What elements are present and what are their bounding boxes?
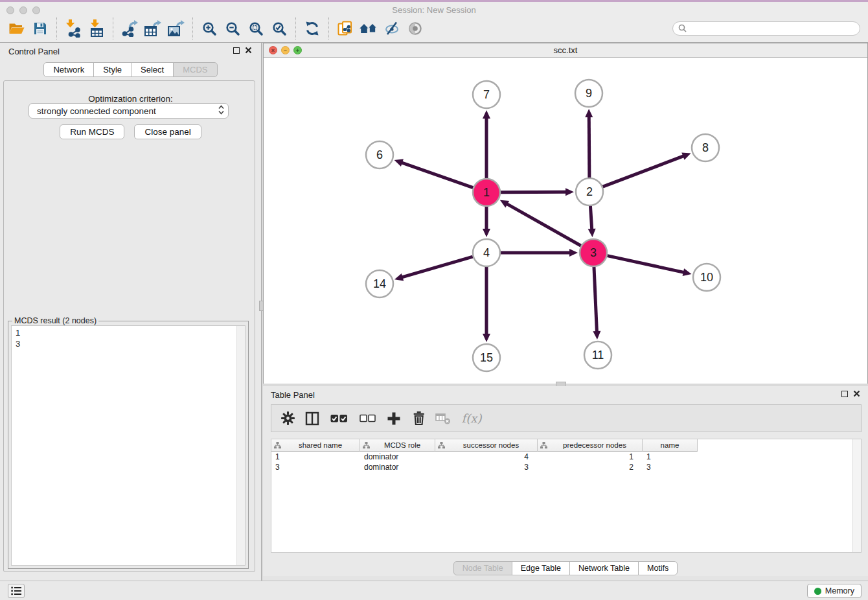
table-row[interactable]: 1 dominator 4 1 1: [271, 452, 861, 462]
graph-node-label: 14: [373, 277, 386, 290]
zoom-out-icon[interactable]: [221, 16, 244, 41]
toolbar-separator: [56, 17, 57, 40]
column-header-mcds-role[interactable]: MCDS role: [360, 439, 435, 452]
network-graph[interactable]: 7968124314101511: [264, 58, 867, 384]
table-row[interactable]: 3 dominator 3 2 3: [271, 462, 861, 472]
settings-gear-icon[interactable]: [277, 408, 299, 430]
graph-node-label: 3: [590, 246, 597, 259]
graph-edge-1-6[interactable]: [401, 163, 473, 188]
cell-name[interactable]: 3: [643, 463, 698, 472]
graph-edge-arrowhead: [569, 249, 578, 257]
graph-edge-4-14[interactable]: [402, 257, 473, 277]
search-input[interactable]: [691, 24, 854, 33]
search-box[interactable]: [672, 21, 860, 36]
column-header-successor-nodes[interactable]: successor nodes: [435, 439, 538, 452]
column-header-name[interactable]: name: [643, 439, 698, 452]
cell-predecessor-nodes[interactable]: 2: [538, 463, 643, 472]
mcds-result-line: 1: [16, 327, 241, 338]
mcds-result-title: MCDS result (2 nodes): [12, 316, 98, 325]
clone-network-icon[interactable]: [334, 16, 357, 41]
network-canvas[interactable]: 7968124314101511: [264, 58, 867, 384]
zoom-selected-icon[interactable]: [268, 16, 291, 41]
mcds-result-textarea[interactable]: 1 3: [11, 325, 246, 566]
add-column-icon[interactable]: [383, 408, 405, 430]
graph-edge-1-2[interactable]: [501, 192, 567, 192]
network-view-window: × − + scc.txt 7968124314101511: [263, 43, 868, 384]
graph-edge-2-9[interactable]: [589, 116, 589, 178]
dropdown-stepper-icon: [218, 105, 224, 117]
houses-icon[interactable]: [357, 16, 380, 41]
tree-icon: [363, 442, 370, 449]
delete-table-icon[interactable]: [432, 408, 454, 430]
close-panel-button[interactable]: Close panel: [134, 124, 201, 139]
cell-shared-name[interactable]: 3: [271, 463, 360, 472]
cell-successor-nodes[interactable]: 4: [435, 452, 538, 461]
select-all-boxes-icon[interactable]: [326, 408, 352, 430]
toolbar-separator: [113, 17, 113, 40]
birds-eye-icon[interactable]: [404, 16, 427, 41]
graph-edge-arrowhead: [588, 229, 596, 237]
graph-edge-3-1[interactable]: [506, 203, 580, 246]
result-scrollbar[interactable]: [236, 326, 245, 565]
tab-edge-table[interactable]: Edge Table: [512, 561, 570, 575]
cell-predecessor-nodes[interactable]: 1: [538, 452, 643, 461]
save-session-icon[interactable]: [29, 16, 52, 41]
import-network-icon[interactable]: [62, 16, 85, 41]
delete-column-trash-icon[interactable]: [407, 408, 429, 430]
graph-edge-3-10[interactable]: [607, 256, 684, 273]
cell-shared-name[interactable]: 1: [271, 452, 360, 461]
run-mcds-button[interactable]: Run MCDS: [60, 124, 124, 139]
criterion-dropdown[interactable]: strongly connected component: [29, 103, 229, 119]
graph-node-label: 6: [376, 148, 383, 161]
tab-mcds[interactable]: MCDS: [173, 62, 217, 77]
right-column: × − + scc.txt 7968124314101511 Table Pan…: [263, 43, 868, 581]
cell-name[interactable]: 1: [643, 452, 698, 461]
graph-edge-arrowhead: [565, 188, 574, 196]
graph-edge-3-11[interactable]: [594, 267, 597, 332]
graph-node-label: 8: [702, 141, 709, 154]
tab-motifs[interactable]: Motifs: [638, 561, 678, 575]
graph-edge-2-8[interactable]: [603, 156, 685, 187]
table-scrollbar[interactable]: [852, 439, 861, 552]
float-panel-icon[interactable]: [233, 47, 240, 54]
tab-select[interactable]: Select: [131, 62, 174, 77]
export-table-icon[interactable]: [141, 16, 165, 41]
function-builder-icon[interactable]: f(x): [457, 408, 486, 430]
task-history-button[interactable]: [8, 584, 25, 598]
graph-edge-arrowhead: [483, 229, 490, 237]
hide-graphics-eye-slash-icon[interactable]: [380, 16, 404, 41]
close-panel-icon[interactable]: [853, 390, 860, 397]
memory-button[interactable]: Memory: [807, 584, 862, 598]
cell-successor-nodes[interactable]: 3: [435, 463, 538, 472]
column-header-predecessor-nodes[interactable]: predecessor nodes: [538, 439, 643, 452]
tab-node-table[interactable]: Node Table: [453, 561, 512, 575]
tab-style[interactable]: Style: [93, 62, 131, 77]
zoom-in-icon[interactable]: [198, 16, 221, 41]
clear-selection-boxes-icon[interactable]: [354, 408, 380, 430]
export-network-icon[interactable]: [118, 16, 141, 41]
open-file-icon[interactable]: [5, 16, 29, 41]
graph-edge-2-3[interactable]: [590, 206, 591, 230]
cell-mcds-role[interactable]: dominator: [360, 452, 435, 461]
tab-network[interactable]: Network: [43, 62, 94, 77]
export-image-icon[interactable]: [165, 16, 188, 41]
graph-edge-arrowhead: [585, 109, 593, 117]
column-header-shared-name[interactable]: shared name: [271, 439, 360, 452]
graph-node-label: 15: [480, 351, 493, 364]
float-panel-icon[interactable]: [841, 391, 848, 397]
main-toolbar: [0, 14, 868, 43]
workspace: Control Panel Network Style Select MCDS …: [0, 43, 868, 581]
table-toolbar: f(x): [271, 404, 862, 432]
zoom-fit-icon[interactable]: [244, 16, 268, 41]
tab-network-table[interactable]: Network Table: [569, 561, 639, 575]
criterion-dropdown-value: strongly connected component: [37, 106, 156, 116]
table-columns-icon[interactable]: [301, 408, 323, 430]
cell-mcds-role[interactable]: dominator: [360, 463, 435, 472]
import-table-icon[interactable]: [85, 16, 108, 41]
close-panel-icon[interactable]: [245, 47, 252, 54]
refresh-layout-icon[interactable]: [301, 16, 324, 41]
window-titlebar: Session: New Session: [0, 0, 868, 14]
toolbar-separator: [295, 17, 296, 40]
table-panel-title: Table Panel: [271, 390, 315, 400]
graph-edge-arrowhead: [681, 153, 691, 160]
